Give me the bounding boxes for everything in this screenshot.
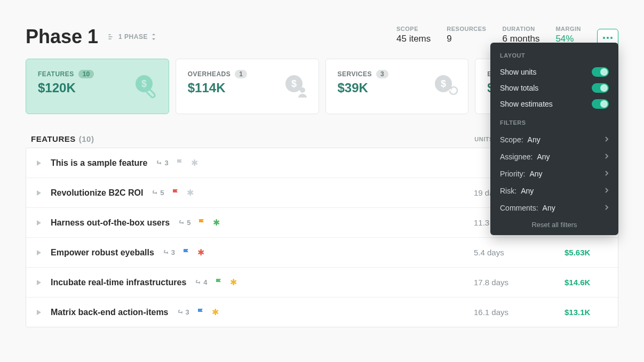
expand-caret[interactable] (37, 278, 41, 287)
card-services-count: 3 (376, 70, 388, 78)
card-overheads[interactable]: OVERHEADS 1 $114K $ (176, 59, 319, 114)
expand-caret[interactable] (37, 308, 41, 317)
table-row[interactable]: Matrix back-end action-items 3 ✱ 16.1 da… (26, 297, 618, 327)
filter-comments[interactable]: Comments:Any (500, 199, 609, 216)
row-title: Revolutionize B2C ROI (51, 188, 143, 198)
card-overheads-count: 1 (235, 70, 247, 78)
card-features-label: FEATURES (38, 70, 74, 78)
list-title: FEATURES (31, 134, 76, 143)
filter-risk[interactable]: Risk:Any (500, 182, 609, 199)
toggle-show-estimates[interactable]: Show estimates (500, 96, 609, 112)
row-units: 5.4 days (474, 248, 516, 257)
flag-icon (198, 218, 205, 228)
subtask-icon (156, 160, 162, 166)
stat-margin: MARGIN 54% (555, 26, 581, 44)
asterisk-icon: ✱ (213, 218, 220, 228)
card-services[interactable]: SERVICES 3 $39K $ (325, 59, 469, 114)
chevron-right-icon (605, 152, 609, 161)
stat-resources: RESOURCES 9 (447, 26, 486, 44)
svg-text:$: $ (441, 78, 446, 89)
popover-layout-title: LAYOUT (500, 52, 609, 59)
stat-duration-label: DURATION (502, 26, 539, 32)
asterisk-icon: ✱ (191, 158, 198, 168)
row-total: $5.63K (565, 248, 607, 257)
flag-icon (176, 158, 184, 168)
list-count: (10) (79, 134, 94, 143)
subtask-count: 5 (178, 219, 190, 227)
phase-switch-button[interactable]: 1 PHASE (108, 33, 156, 41)
filter-scope[interactable]: Scope:Any (500, 131, 609, 148)
toggle-label: Show estimates (500, 100, 553, 108)
filter-value: Any (521, 187, 534, 195)
popover-filters-title: FILTERS (500, 119, 609, 126)
phase-switch-label: 1 PHASE (118, 33, 148, 41)
table-row[interactable]: Empower robust eyeballs 3 ✱ 5.4 days $5.… (26, 238, 618, 268)
subtask-icon (195, 279, 201, 286)
dollar-wrench-icon: $ (132, 72, 159, 101)
filter-value: Any (537, 152, 550, 161)
card-features-count: 10 (78, 70, 94, 78)
stat-scope-value: 45 items (396, 34, 431, 44)
toggle-label: Show units (500, 68, 536, 76)
card-features[interactable]: FEATURES 10 $120K $ (26, 59, 169, 114)
chevron-right-icon (605, 204, 609, 212)
toggle-show-totals[interactable]: Show totals (500, 80, 609, 96)
subtask-count: 3 (156, 159, 168, 167)
row-total: $14.6K (565, 278, 607, 287)
filter-value: Any (543, 204, 555, 212)
row-title: Empower robust eyeballs (51, 248, 154, 258)
flag-icon (182, 248, 190, 258)
card-services-label: SERVICES (338, 70, 372, 78)
expand-caret[interactable] (37, 248, 41, 258)
stat-resources-value: 9 (447, 34, 486, 44)
subtask-count: 4 (195, 278, 207, 286)
options-popover: LAYOUT Show units Show totals Show estim… (490, 43, 618, 235)
filter-key: Priority: (500, 170, 525, 178)
page-title: Phase 1 (26, 26, 98, 48)
chevron-right-icon (605, 170, 609, 178)
subtask-icon (178, 220, 185, 226)
toggle-label: Show totals (500, 84, 538, 92)
svg-text:$: $ (141, 78, 147, 89)
asterisk-icon: ✱ (187, 188, 194, 198)
filter-assignee[interactable]: Assignee:Any (500, 148, 609, 165)
row-total: $13.1K (565, 308, 607, 317)
flag-icon (215, 278, 222, 287)
filter-value: Any (528, 135, 540, 144)
asterisk-icon: ✱ (230, 277, 237, 287)
filter-value: Any (529, 170, 542, 178)
svg-point-2 (610, 37, 613, 39)
filter-key: Risk: (500, 187, 516, 195)
stat-scope-label: SCOPE (396, 26, 431, 32)
toggle-switch[interactable] (592, 67, 609, 77)
expand-caret[interactable] (37, 188, 41, 198)
table-row[interactable]: Incubate real-time infrastructures 4 ✱ 1… (26, 268, 618, 297)
sort-arrows-icon (151, 33, 156, 41)
filter-key: Comments: (500, 204, 538, 212)
filter-key: Assignee: (500, 152, 532, 161)
subtask-icon (163, 250, 169, 256)
expand-caret[interactable] (37, 158, 41, 168)
toggle-show-units[interactable]: Show units (500, 64, 609, 80)
svg-text:$: $ (291, 78, 296, 89)
expand-caret[interactable] (37, 218, 41, 228)
dollar-refresh-icon: $ (432, 72, 458, 101)
row-title: Incubate real-time infrastructures (51, 278, 186, 287)
toggle-switch[interactable] (592, 99, 609, 109)
filter-priority[interactable]: Priority:Any (500, 165, 609, 182)
stat-scope: SCOPE 45 items (396, 26, 431, 44)
row-units: 16.1 days (474, 308, 516, 317)
stat-margin-label: MARGIN (555, 26, 581, 32)
row-title: Matrix back-end action-items (51, 308, 169, 317)
subtask-icon (152, 190, 158, 196)
reset-filters-button[interactable]: Reset all filters (500, 216, 609, 229)
row-units: 17.8 days (474, 278, 516, 287)
phase-icon (108, 33, 115, 41)
flag-icon (197, 308, 204, 317)
subtask-count: 3 (177, 308, 189, 316)
svg-point-7 (300, 87, 305, 93)
svg-point-0 (603, 37, 605, 39)
subtask-icon (177, 309, 184, 316)
toggle-switch[interactable] (592, 83, 609, 93)
svg-point-1 (607, 37, 609, 39)
